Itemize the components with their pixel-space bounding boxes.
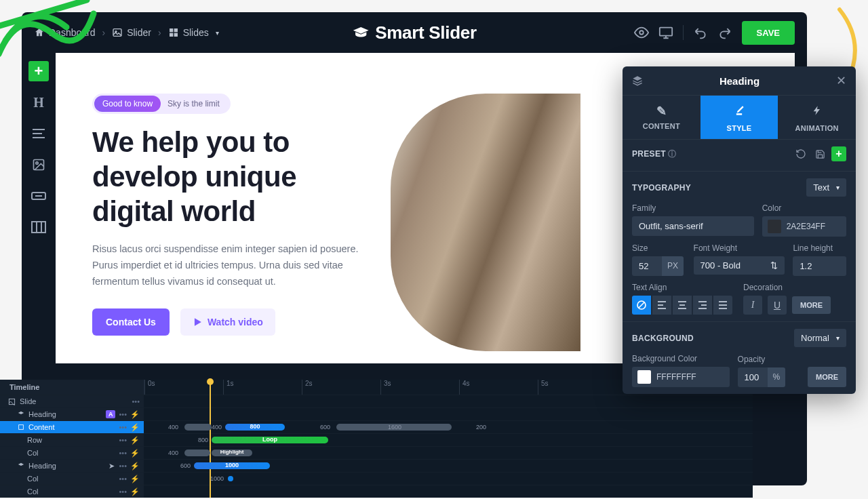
typography-mode-select[interactable]: Text▾ [806, 178, 846, 197]
info-icon[interactable]: ⓘ [668, 149, 676, 159]
timeline-row-slide[interactable]: Slide••• [0, 395, 144, 407]
timeline-row[interactable]: Row•••⚡ [0, 434, 144, 446]
more-icon[interactable]: ••• [119, 436, 127, 444]
watch-video-button[interactable]: Watch video [180, 308, 275, 336]
bolt-icon[interactable]: ⚡ [130, 462, 140, 471]
more-icon[interactable]: ••• [119, 462, 127, 470]
timeline-bar[interactable]: 800 [225, 424, 285, 431]
text-tool-icon[interactable] [28, 123, 49, 144]
breadcrumb-slides[interactable]: Slides ▾ [168, 27, 219, 38]
size-unit[interactable]: PX [662, 256, 684, 276]
decoration-more-button[interactable]: MORE [792, 296, 831, 314]
timeline-row-heading[interactable]: Heading➤•••⚡ [0, 460, 144, 472]
timeline-bar[interactable]: Highlight [212, 450, 252, 456]
slide-heading[interactable]: We help you to develop unique digital wo… [92, 125, 363, 229]
brush-icon [703, 104, 776, 121]
breadcrumb-slider[interactable]: Slider [112, 27, 151, 38]
square-icon [18, 424, 24, 431]
opacity-input[interactable] [738, 367, 768, 387]
align-label: Text Align [632, 283, 735, 292]
chevron-down-icon: ▾ [216, 29, 219, 37]
add-preset-button[interactable]: + [831, 146, 846, 161]
more-icon[interactable]: ••• [119, 410, 127, 418]
tag-pills: Good to know Sky is the limit [92, 94, 231, 114]
font-family-input[interactable] [632, 216, 754, 236]
more-icon[interactable]: ••• [119, 449, 127, 457]
play-icon [193, 317, 202, 327]
bgcolor-input[interactable]: FFFFFFFF [632, 367, 730, 387]
image-icon [112, 27, 123, 38]
heading-tool-icon[interactable]: H [28, 92, 49, 113]
preview-icon[interactable] [634, 25, 649, 40]
align-left-button[interactable] [652, 296, 671, 315]
decoration-label: Decoration [743, 283, 846, 292]
more-icon[interactable]: ••• [119, 423, 127, 431]
svg-point-6 [639, 31, 644, 35]
cursor-icon: ➤ [108, 462, 115, 471]
more-icon[interactable]: ••• [119, 487, 127, 496]
anim-badge: A [106, 410, 116, 418]
bolt-icon[interactable]: ⚡ [130, 475, 140, 483]
font-weight-select[interactable]: 700 - Bold⇅ [694, 256, 785, 275]
timeline-row[interactable]: Col•••⚡ [0, 473, 144, 485]
align-inherit-button[interactable] [632, 296, 651, 315]
svg-marker-18 [195, 319, 200, 325]
panel-title: Heading [643, 75, 836, 87]
italic-button[interactable]: I [743, 296, 762, 315]
slide-text[interactable]: Risus lacus orci suspendisse enim intege… [92, 241, 363, 290]
image-tool-icon[interactable] [28, 155, 49, 175]
contact-button[interactable]: Contact Us [92, 308, 170, 336]
opacity-label: Opacity [738, 355, 800, 364]
reset-icon[interactable] [793, 146, 808, 161]
family-label: Family [632, 203, 754, 213]
size-label: Size [632, 243, 686, 253]
pencil-icon: ✎ [625, 104, 698, 119]
background-label: BACKGROUND [632, 334, 694, 343]
save-button[interactable]: SAVE [742, 21, 795, 45]
bolt-icon[interactable]: ⚡ [130, 410, 140, 419]
tab-animation[interactable]: ANIMATION [778, 96, 856, 139]
timeline-row[interactable]: Col•••⚡ [0, 447, 144, 459]
tab-content[interactable]: ✎ CONTENT [623, 96, 701, 139]
timeline-bar[interactable] [184, 450, 210, 456]
tab-style[interactable]: STYLE [701, 96, 778, 139]
align-right-button[interactable] [693, 296, 712, 315]
background-mode-select[interactable]: Normal▾ [794, 329, 846, 347]
bolt-icon[interactable]: ⚡ [130, 436, 140, 445]
button-tool-icon[interactable] [28, 186, 49, 206]
svg-point-12 [36, 162, 38, 164]
bolt-icon[interactable]: ⚡ [130, 487, 140, 496]
color-input[interactable]: 2A2E34FF [762, 216, 846, 237]
underline-button[interactable]: U [768, 296, 787, 315]
font-size-input[interactable] [632, 256, 662, 276]
layers-icon[interactable] [632, 75, 643, 86]
color-label: Color [762, 203, 846, 213]
weight-label: Font Weight [694, 243, 785, 253]
desktop-icon[interactable] [658, 25, 673, 40]
slide-image [391, 94, 580, 351]
save-preset-icon[interactable] [812, 146, 827, 161]
row-tool-icon[interactable] [28, 217, 49, 237]
bgcolor-label: Background Color [632, 354, 730, 363]
lineheight-input[interactable] [793, 256, 846, 276]
timeline-bar[interactable]: Loop [212, 437, 328, 443]
chevron-right-icon: › [158, 27, 161, 38]
background-more-button[interactable]: MORE [808, 367, 846, 387]
close-icon[interactable]: ✕ [836, 73, 846, 88]
redo-icon[interactable] [717, 25, 732, 40]
more-icon[interactable]: ••• [119, 475, 127, 483]
more-icon[interactable]: ••• [132, 397, 140, 405]
timeline-row-heading[interactable]: HeadingA•••⚡ [0, 408, 144, 420]
timeline-keyframe[interactable] [228, 476, 233, 481]
align-center-button[interactable] [673, 296, 692, 315]
bolt-icon[interactable]: ⚡ [130, 423, 140, 432]
grid-icon [168, 27, 179, 38]
timeline-bar[interactable]: 1000 [194, 462, 270, 469]
align-justify-button[interactable] [713, 296, 732, 315]
bolt-icon[interactable]: ⚡ [130, 449, 140, 458]
timeline-bar[interactable] [184, 424, 212, 431]
svg-rect-4 [170, 33, 173, 37]
timeline-row-content[interactable]: Content•••⚡ [0, 421, 144, 433]
undo-icon[interactable] [693, 25, 708, 40]
timeline-row[interactable]: Col•••⚡ [0, 485, 144, 498]
